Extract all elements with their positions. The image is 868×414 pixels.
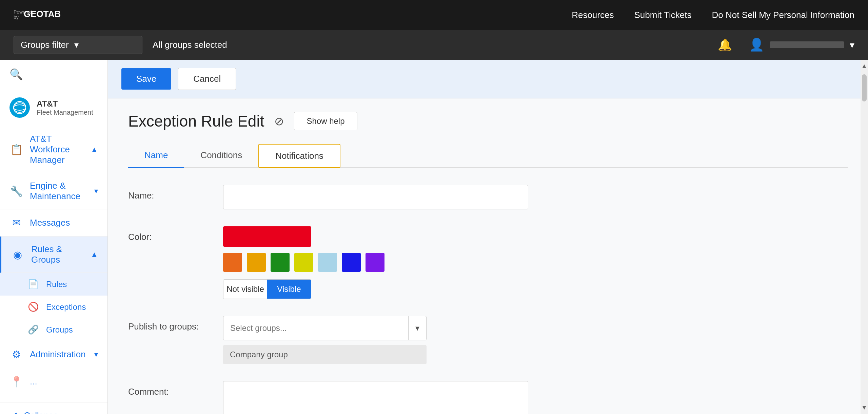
engine-icon: 🔧 <box>9 185 23 197</box>
svg-text:GEOTAB: GEOTAB <box>24 9 61 19</box>
messages-icon: ✉ <box>9 217 23 229</box>
page-title: Exception Rule Edit <box>128 112 264 130</box>
publish-groups-label: Publish to groups: <box>128 316 210 332</box>
content-main: Exception Rule Edit ⊘ Show help Name Con… <box>108 98 868 414</box>
user-avatar-icon: 👤 <box>749 38 764 52</box>
sidebar-sub-item-exceptions[interactable]: 🚫 Exceptions <box>0 296 107 318</box>
chevron-up-icon: ▲ <box>91 145 98 154</box>
workforce-icon: 📋 <box>9 144 23 155</box>
sidebar-item-rules-groups[interactable]: ◉ Rules & Groups ▲ <box>0 237 107 273</box>
not-visible-button[interactable]: Not visible <box>223 280 267 299</box>
color-swatch-orange[interactable] <box>223 253 242 272</box>
groups-select-arrow-icon[interactable]: ▾ <box>408 316 426 340</box>
color-selected-bar[interactable] <box>223 226 311 247</box>
groups-select-input[interactable] <box>223 323 408 333</box>
form-section: Name: Color: <box>128 185 569 414</box>
name-input[interactable] <box>223 185 528 209</box>
color-swatch-blue[interactable] <box>342 253 361 272</box>
submit-tickets-link[interactable]: Submit Tickets <box>634 10 691 20</box>
color-label: Color: <box>128 226 210 242</box>
resources-link[interactable]: Resources <box>572 10 614 20</box>
comment-control-area <box>223 381 569 414</box>
sidebar-brand-text: AT&T Fleet Management <box>37 99 93 116</box>
tabs-row: Name Conditions Notifications <box>128 144 848 168</box>
sidebar-item-engine[interactable]: 🔧 Engine & Maintenance ▾ <box>0 173 107 209</box>
comment-label: Comment: <box>128 381 210 397</box>
user-name-button[interactable] <box>770 41 844 48</box>
scroll-up-icon[interactable]: ▲ <box>860 61 868 71</box>
do-not-sell-link[interactable]: Do Not Sell My Personal Information <box>712 10 854 20</box>
save-button[interactable]: Save <box>121 68 171 90</box>
comment-textarea[interactable] <box>223 381 528 414</box>
exceptions-icon: 🚫 <box>27 302 39 312</box>
sidebar-logo-area: AT&T Fleet Management <box>0 89 107 126</box>
publish-groups-control: ▾ Company group <box>223 316 569 364</box>
groups-filter-label: Groups filter <box>21 40 69 50</box>
name-label: Name: <box>128 185 210 201</box>
sidebar-sub-item-groups[interactable]: 🔗 Groups <box>0 318 107 341</box>
top-bar-right: 🔔 👤 ▾ <box>718 38 854 52</box>
chevron-down-icon: ▾ <box>74 40 79 50</box>
tab-name[interactable]: Name <box>128 144 184 168</box>
top-nav-links: Resources Submit Tickets Do Not Sell My … <box>572 10 854 20</box>
publish-groups-form-row: Publish to groups: ▾ Company group <box>128 316 569 364</box>
chevron-down-icon-3: ▾ <box>94 350 98 359</box>
tab-notifications[interactable]: Notifications <box>258 144 340 168</box>
chevron-up-icon-2: ▲ <box>91 250 98 259</box>
partial-icon: 📍 <box>9 376 23 388</box>
sidebar-sub-item-groups-label: Groups <box>46 325 73 335</box>
sidebar-item-partial-label: ... <box>30 376 98 387</box>
administration-icon: ⚙ <box>9 349 23 360</box>
att-logo-icon <box>9 97 30 118</box>
logo-area: Powered by GEOTAB <box>14 7 81 22</box>
sidebar: 🔍 AT&T Fleet Management 📋 AT&T Workforce… <box>0 60 108 414</box>
name-control-area <box>223 185 569 209</box>
svg-text:by: by <box>14 15 19 20</box>
sidebar-collapse-button[interactable]: ◀ Collapse <box>0 402 107 414</box>
visibility-toggle: Not visible Visible <box>223 279 311 299</box>
color-swatch-green[interactable] <box>271 253 290 272</box>
user-area: 👤 ▾ <box>749 38 854 52</box>
sidebar-sub-item-rules-label: Rules <box>46 280 67 289</box>
color-swatch-amber[interactable] <box>247 253 266 272</box>
main-layout: 🔍 AT&T Fleet Management 📋 AT&T Workforce… <box>0 60 868 414</box>
sidebar-item-partial[interactable]: 📍 ... <box>0 368 107 395</box>
groups-filter-select[interactable]: Groups filter ▾ <box>14 36 142 54</box>
page-title-row: Exception Rule Edit ⊘ Show help <box>128 112 848 130</box>
visible-button[interactable]: Visible <box>267 280 311 299</box>
company-group-tag: Company group <box>223 345 427 364</box>
groups-filter-bar: Groups filter ▾ All groups selected 🔔 👤 … <box>0 30 868 60</box>
user-menu-chevron-icon[interactable]: ▾ <box>850 39 854 51</box>
name-form-row: Name: <box>128 185 569 209</box>
scroll-down-icon[interactable]: ▼ <box>860 403 868 413</box>
groups-select-control[interactable]: ▾ <box>223 316 427 340</box>
content-area: Save Cancel Exception Rule Edit ⊘ Show h… <box>108 60 868 414</box>
sidebar-item-workforce[interactable]: 📋 AT&T Workforce Manager ▲ <box>0 126 107 173</box>
search-icon[interactable]: 🔍 <box>9 68 23 80</box>
scrollbar[interactable]: ▲ ▼ <box>861 60 868 414</box>
comment-form-row: Comment: <box>128 381 569 414</box>
sidebar-search-area: 🔍 <box>0 60 107 89</box>
bookmark-icon[interactable]: ⊘ <box>274 114 284 128</box>
sidebar-item-engine-label: Engine & Maintenance <box>30 181 87 202</box>
cancel-button[interactable]: Cancel <box>178 68 236 90</box>
sidebar-item-messages-label: Messages <box>30 218 98 228</box>
sidebar-item-administration[interactable]: ⚙ Administration ▾ <box>0 341 107 368</box>
collapse-arrow-icon: ◀ <box>9 410 17 414</box>
scroll-thumb[interactable] <box>862 74 867 101</box>
sidebar-collapse-label: Collapse <box>24 410 58 414</box>
sidebar-sub-item-rules[interactable]: 📄 Rules <box>0 273 107 296</box>
show-help-button[interactable]: Show help <box>294 112 357 130</box>
notifications-bell-icon[interactable]: 🔔 <box>718 38 732 52</box>
color-swatch-yellow[interactable] <box>294 253 313 272</box>
brand-name: AT&T <box>37 99 93 109</box>
color-swatch-lightblue[interactable] <box>318 253 337 272</box>
scroll-thumb-area <box>862 71 867 403</box>
color-swatch-purple[interactable] <box>366 253 384 272</box>
chevron-down-icon: ▾ <box>94 187 98 195</box>
sidebar-item-messages[interactable]: ✉ Messages <box>0 209 107 237</box>
tab-conditions[interactable]: Conditions <box>184 144 258 168</box>
sidebar-sub-item-exceptions-label: Exceptions <box>46 302 86 312</box>
sidebar-item-rules-groups-label: Rules & Groups <box>31 244 84 265</box>
rules-groups-icon: ◉ <box>11 249 24 261</box>
